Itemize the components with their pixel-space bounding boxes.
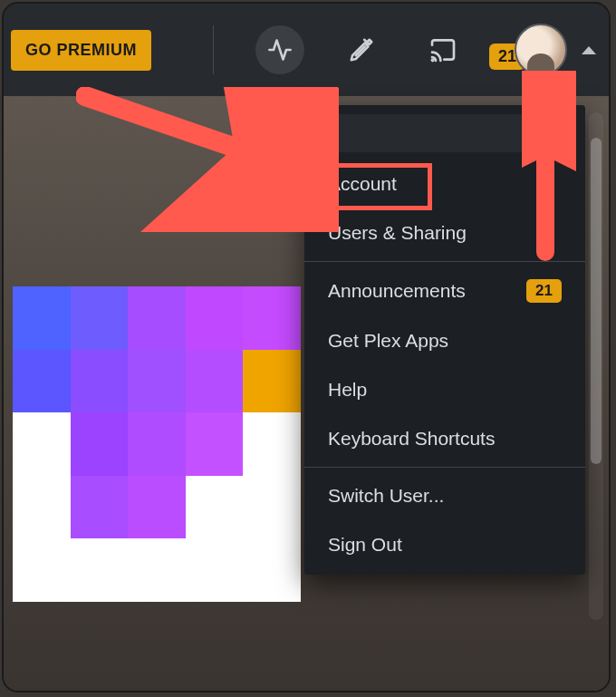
scrollbar-thumb[interactable] — [591, 138, 602, 464]
go-premium-button[interactable]: GO PREMIUM — [11, 30, 151, 71]
top-bar: GO PREMIUM 21 — [4, 4, 609, 96]
annotation-highlight-account — [316, 163, 432, 210]
menu-search-input[interactable] — [321, 114, 569, 152]
menu-item-sign-out[interactable]: Sign Out — [304, 520, 585, 569]
menu-divider — [304, 467, 585, 468]
announcements-badge: 21 — [526, 279, 562, 303]
menu-item-label: Users & Sharing — [328, 222, 467, 244]
divider — [213, 25, 214, 74]
svg-point-0 — [432, 60, 434, 62]
avatar — [515, 24, 567, 76]
menu-item-announcements[interactable]: Announcements 21 — [304, 266, 585, 316]
app-window: GO PREMIUM 21 Account Users & — [2, 2, 611, 692]
scrollbar[interactable] — [589, 112, 603, 620]
menu-divider — [304, 261, 585, 262]
menu-item-get-apps[interactable]: Get Plex Apps — [304, 316, 585, 365]
menu-item-label: Switch User... — [328, 485, 444, 507]
menu-item-label: Help — [328, 379, 367, 401]
menu-item-keyboard-shortcuts[interactable]: Keyboard Shortcuts — [304, 414, 585, 463]
menu-item-label: Announcements — [328, 280, 466, 302]
menu-item-switch-user[interactable]: Switch User... — [304, 471, 585, 520]
menu-item-label: Keyboard Shortcuts — [328, 428, 495, 450]
menu-item-label: Get Plex Apps — [328, 330, 448, 352]
album-art — [13, 286, 301, 602]
activity-icon[interactable] — [255, 25, 304, 74]
menu-item-help[interactable]: Help — [304, 365, 585, 414]
chevron-up-icon — [582, 46, 596, 54]
cast-icon[interactable] — [419, 25, 467, 74]
user-menu-toggle[interactable]: 21 — [515, 24, 596, 76]
menu-item-users-sharing[interactable]: Users & Sharing — [304, 208, 585, 257]
menu-item-label: Sign Out — [328, 534, 402, 556]
settings-icon[interactable] — [337, 25, 386, 74]
